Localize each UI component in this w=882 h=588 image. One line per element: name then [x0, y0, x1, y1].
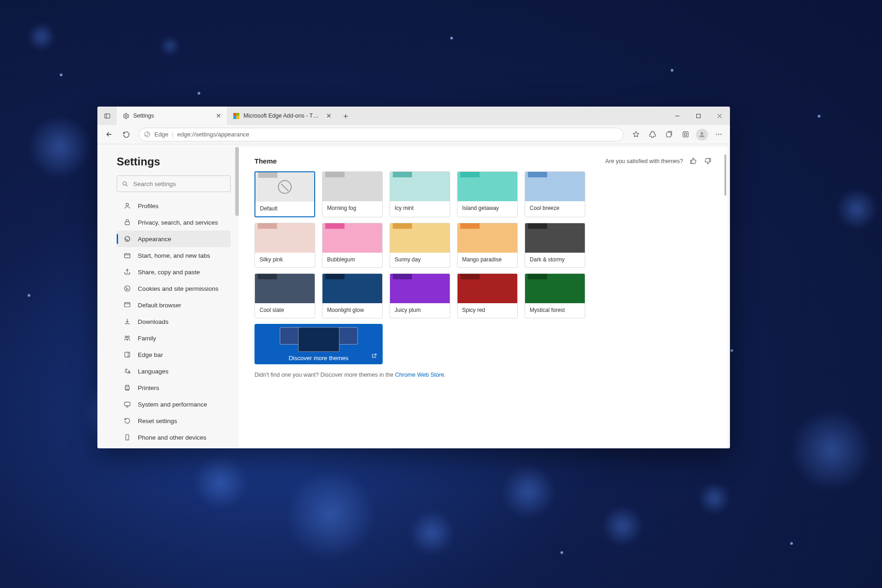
new-tab-button[interactable]: ＋	[337, 107, 354, 125]
sidebar-item-privacy-search-and-services[interactable]: Privacy, search, and services	[117, 214, 231, 231]
back-button[interactable]	[101, 127, 117, 142]
extensions-button[interactable]	[645, 127, 660, 142]
address-prefix-label: Edge	[154, 131, 168, 138]
svg-point-1	[125, 115, 127, 117]
svg-point-22	[128, 289, 128, 289]
thumbs-up-button[interactable]	[690, 157, 697, 165]
theme-label: Mystical forest	[525, 303, 585, 318]
discover-more-themes-card[interactable]: Discover more themes	[254, 324, 383, 364]
svg-rect-17	[125, 222, 129, 225]
sidebar-item-reset-settings[interactable]: Reset settings	[117, 413, 231, 429]
theme-label: Sunny day	[390, 253, 450, 267]
search-icon	[122, 181, 129, 187]
theme-label: Bubblegum	[322, 253, 382, 267]
close-window-button[interactable]	[709, 107, 730, 125]
titlebar: Settings ✕ Microsoft Edge Add-ons - Them…	[97, 107, 730, 125]
theme-label: Cool slate	[255, 303, 315, 318]
address-bar[interactable]: Edge | edge://settings/appearance	[139, 128, 623, 141]
svg-point-11	[701, 132, 703, 134]
tab-title: Settings	[133, 113, 154, 119]
theme-card-sunny-day[interactable]: Sunny day	[390, 223, 450, 268]
sidebar-item-phone-and-other-devices[interactable]: Phone and other devices	[117, 429, 231, 446]
settings-search[interactable]: Search settings	[117, 175, 231, 192]
sidebar-item-label: Appearance	[138, 236, 171, 243]
footnote-period: .	[444, 372, 446, 378]
svg-rect-0	[104, 113, 109, 118]
tabs-icon	[123, 252, 131, 259]
browser-essentials-button[interactable]	[678, 127, 693, 142]
sidebar-item-share-copy-and-paste[interactable]: Share, copy and paste	[117, 264, 231, 280]
theme-card-mango-paradise[interactable]: Mango paradise	[457, 223, 518, 268]
footnote-text: Didn't find one you want? Discover more …	[254, 372, 395, 378]
favorites-button[interactable]	[628, 127, 644, 142]
discover-label: Discover more themes	[288, 355, 348, 362]
sidebar-item-family[interactable]: Family	[117, 330, 231, 346]
sidebar-item-printers[interactable]: Printers	[117, 379, 231, 396]
sidebar-item-label: Printers	[138, 384, 159, 391]
theme-card-bubblegum[interactable]: Bubblegum	[322, 223, 383, 268]
search-placeholder: Search settings	[133, 181, 176, 187]
content-area: Settings Search settings ProfilesPrivacy…	[97, 144, 730, 448]
theme-card-cool-slate[interactable]: Cool slate	[254, 273, 315, 318]
theme-card-dark-stormy[interactable]: Dark & stormy	[525, 223, 585, 268]
theme-card-cool-breeze[interactable]: Cool breeze	[525, 171, 585, 217]
theme-card-default[interactable]: Default	[254, 171, 315, 217]
sidebar-item-system-and-performance[interactable]: System and performance	[117, 396, 231, 413]
sidebar-item-languages[interactable]: Languages	[117, 363, 231, 379]
lang-icon	[123, 368, 131, 375]
sidebar-item-label: Share, copy and paste	[138, 269, 200, 276]
sidebar-item-appearance[interactable]: Appearance	[117, 231, 231, 247]
tab-actions-button[interactable]	[97, 107, 117, 125]
close-tab-icon[interactable]: ✕	[326, 112, 332, 119]
theme-label: Mango paradise	[458, 253, 517, 267]
sidebar-item-downloads[interactable]: Downloads	[117, 313, 231, 330]
more-button[interactable]	[711, 127, 726, 142]
collections-button[interactable]	[661, 127, 677, 142]
theme-card-spicy-red[interactable]: Spicy red	[457, 273, 518, 318]
system-icon	[123, 401, 131, 408]
profile-button[interactable]	[694, 127, 710, 142]
theme-card-icy-mint[interactable]: Icy mint	[390, 171, 450, 217]
thumbs-down-button[interactable]	[704, 157, 712, 165]
svg-point-26	[128, 336, 130, 338]
tab-well: Settings ✕ Microsoft Edge Add-ons - Them…	[117, 107, 667, 125]
maximize-button[interactable]	[688, 107, 709, 125]
svg-point-14	[720, 134, 721, 135]
edgebar-icon	[123, 351, 131, 358]
settings-sidebar: Settings Search settings ProfilesPrivacy…	[97, 144, 239, 448]
theme-label: Icy mint	[390, 201, 450, 216]
family-icon	[123, 334, 131, 342]
svg-rect-28	[125, 387, 129, 389]
footnote: Didn't find one you want? Discover more …	[254, 372, 712, 378]
cookie-icon	[123, 285, 131, 292]
address-text: edge://settings/appearance	[177, 131, 249, 138]
theme-card-morning-fog[interactable]: Morning fog	[322, 171, 383, 217]
browser-window: Settings ✕ Microsoft Edge Add-ons - Them…	[97, 107, 730, 448]
refresh-button[interactable]	[119, 127, 134, 142]
discover-thumbnails	[283, 327, 354, 352]
sidebar-item-label: Downloads	[138, 318, 169, 325]
theme-card-moonlight-glow[interactable]: Moonlight glow	[322, 273, 383, 318]
sidebar-item-cookies-and-site-permissions[interactable]: Cookies and site permissions	[117, 280, 231, 297]
feedback-prompt: Are you satisfied with themes?	[605, 158, 683, 164]
sidebar-item-profiles[interactable]: Profiles	[117, 198, 231, 214]
sidebar-scrollbar[interactable]	[235, 147, 239, 216]
page-scrollbar[interactable]	[724, 154, 726, 196]
sidebar-item-label: Cookies and site permissions	[138, 285, 219, 292]
sidebar-item-label: Default browser	[138, 302, 181, 309]
close-tab-icon[interactable]: ✕	[216, 112, 221, 119]
user-icon	[123, 202, 131, 209]
theme-label: Cool breeze	[525, 201, 585, 216]
browser-icon	[123, 301, 131, 309]
theme-card-mystical-forest[interactable]: Mystical forest	[525, 273, 585, 318]
theme-card-island-getaway[interactable]: Island getaway	[457, 171, 518, 217]
tab-settings[interactable]: Settings ✕	[117, 107, 227, 125]
theme-card-juicy-plum[interactable]: Juicy plum	[390, 273, 450, 318]
sidebar-item-start-home-and-new-tabs[interactable]: Start, home, and new tabs	[117, 247, 231, 264]
theme-card-silky-pink[interactable]: Silky pink	[254, 223, 315, 268]
chrome-web-store-link[interactable]: Chrome Web Store	[395, 372, 444, 378]
sidebar-item-default-browser[interactable]: Default browser	[117, 297, 231, 313]
tab-addons[interactable]: Microsoft Edge Add-ons - Them… ✕	[227, 107, 337, 125]
sidebar-item-edge-bar[interactable]: Edge bar	[117, 346, 231, 363]
minimize-button[interactable]	[667, 107, 688, 125]
